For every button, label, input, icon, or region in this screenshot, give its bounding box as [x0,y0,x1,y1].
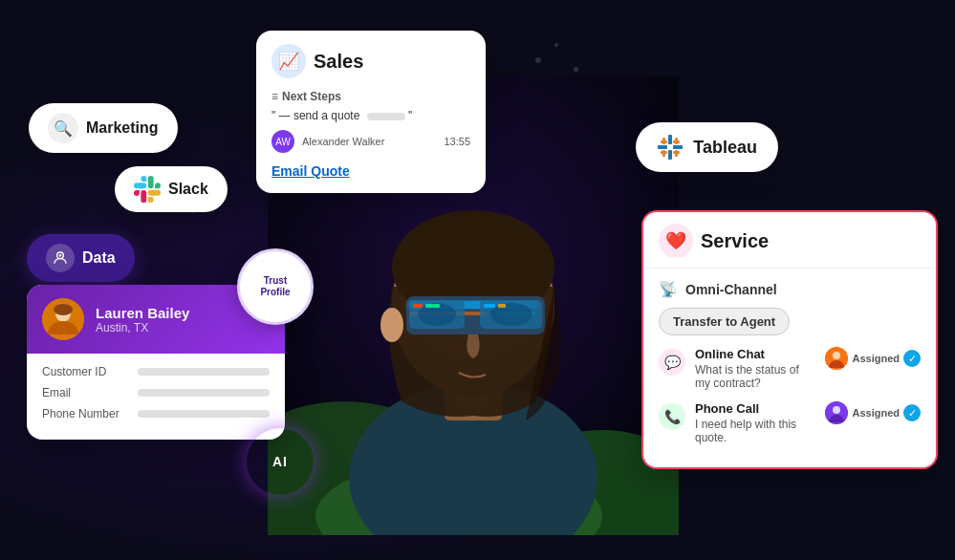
quote-text: " — send a quote " [271,109,470,122]
assigned-row-2: Assigned ✓ [825,401,921,424]
marketing-label: Marketing [86,119,159,137]
slack-icon [134,176,161,203]
service-body: 📡 Omni-Channel Transfer to Agent 💬 Onlin… [643,269,936,467]
phone-value [138,410,270,418]
data-icon [46,244,75,272]
online-chat-item: 💬 Online Chat What is the status of my c… [659,347,921,390]
svg-point-27 [54,304,73,315]
tableau-pill: Tableau [636,122,778,172]
lauren-body: Customer ID Email Phone Number [27,354,285,440]
service-card: ❤️ Service 📡 Omni-Channel Transfer to Ag… [641,210,938,469]
transfer-to-agent-button[interactable]: Transfer to Agent [659,308,790,335]
marketing-pill: 🔍 Marketing [29,103,178,153]
svg-rect-29 [668,150,672,160]
online-chat-message: What is the status of my contract? [695,363,815,390]
next-steps-label: ≡ Next Steps [271,90,470,103]
svg-rect-21 [484,304,495,308]
slack-pill: Slack [115,166,228,212]
ai-brain-inner: AI [247,428,314,495]
omni-icon: 📡 [659,280,678,298]
ai-brain: AI [247,428,314,495]
svg-point-17 [490,303,532,326]
svg-rect-22 [498,304,506,308]
agent-avatar: AW [271,130,294,153]
marketing-icon: 🔍 [48,113,78,143]
lauren-row-3: Phone Number [42,407,270,420]
svg-point-41 [833,352,840,359]
svg-rect-6 [378,411,569,535]
assigned-label-2: Assigned [852,407,900,419]
trust-text: Trust Profile [260,275,290,298]
svg-rect-36 [661,151,667,154]
svg-rect-30 [658,145,667,149]
assigned-avatar-1 [825,347,848,370]
svg-rect-19 [413,304,423,308]
phone-label: Phone Number [42,407,128,420]
phone-call-label: Phone Call [695,401,815,416]
check-badge-1: ✓ [903,350,921,367]
email-quote-link[interactable]: Email Quote [271,163,350,179]
slack-label: Slack [168,181,208,198]
svg-point-24 [59,254,62,257]
phone-call-message: I need help with this quote. [695,418,815,444]
email-value [138,389,270,397]
data-label: Data [82,249,116,267]
svg-rect-34 [661,140,667,143]
omni-channel-row: 📡 Omni-Channel [659,280,921,298]
ai-label: AI [272,454,288,469]
lauren-location: Austin, TX [96,321,189,334]
tableau-icon [657,134,684,161]
svg-rect-20 [425,304,440,308]
svg-rect-39 [675,150,678,157]
scene: 🔍 Marketing Slack Data Trust Profile [0,0,955,560]
customer-id-label: Customer ID [42,365,128,378]
assigned-label-1: Assigned [852,353,900,364]
svg-point-43 [833,406,840,414]
lauren-row-2: Email [42,386,270,399]
svg-point-18 [380,308,403,342]
tableau-label: Tableau [693,138,757,158]
agent-row: AW Alexander Walker 13:55 [271,130,470,153]
chat-icon: 💬 [659,349,685,376]
email-label: Email [42,386,128,399]
time-badge: 13:55 [444,136,470,147]
online-chat-label: Online Chat [695,347,815,361]
customer-id-value [138,368,270,376]
svg-rect-38 [675,138,678,144]
sales-title: Sales [314,51,363,73]
phone-call-item: 📞 Phone Call I need help with this quote… [659,401,921,444]
lauren-avatar [42,298,84,340]
sales-card: 📈 Sales ≡ Next Steps " — send a quote " … [256,31,486,193]
service-heart-icon: ❤️ [659,224,693,258]
lauren-row-1: Customer ID [42,365,270,378]
sales-chart-icon: 📈 [271,44,306,78]
agent-name: Alexander Walker [302,136,436,147]
trust-profile-badge: Trust Profile [237,248,314,325]
omni-channel-label: Omni-Channel [685,282,777,297]
service-title: Service [701,230,769,252]
svg-rect-31 [673,145,683,149]
data-pill: Data [27,234,135,282]
svg-rect-28 [668,135,672,144]
assigned-row-1: Assigned ✓ [825,347,921,370]
phone-icon: 📞 [659,403,685,430]
sales-header: 📈 Sales [271,44,470,78]
lauren-name: Lauren Bailey [96,305,189,321]
assigned-avatar-2 [825,401,848,424]
service-header: ❤️ Service [643,212,936,269]
check-badge-2: ✓ [903,404,921,421]
